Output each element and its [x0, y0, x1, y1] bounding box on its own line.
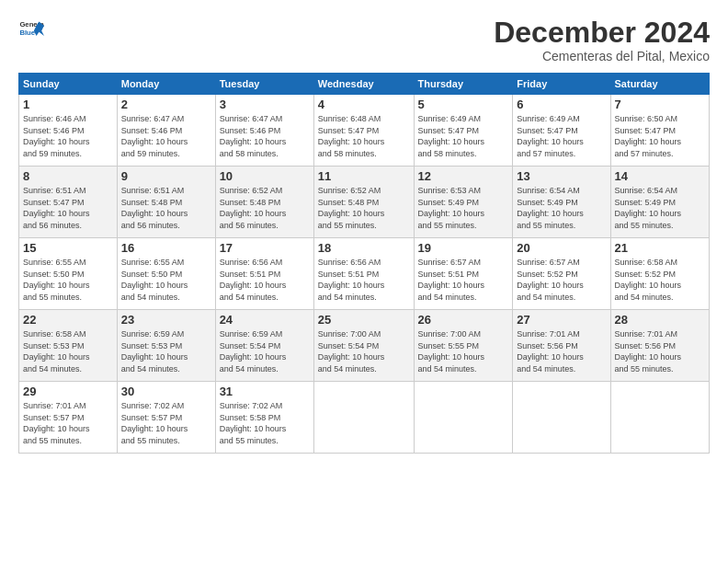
day-number: 8 [23, 169, 113, 183]
day-info: Sunrise: 7:01 AM Sunset: 5:56 PM Dayligh… [517, 328, 606, 374]
day-cell: 14 Sunrise: 6:54 AM Sunset: 5:49 PM Dayl… [610, 167, 709, 238]
day-number: 5 [418, 98, 509, 111]
day-number: 22 [23, 313, 113, 327]
day-info: Sunrise: 6:46 AM Sunset: 5:46 PM Dayligh… [23, 113, 113, 159]
day-info: Sunrise: 6:50 AM Sunset: 5:47 PM Dayligh… [615, 113, 705, 159]
day-info: Sunrise: 6:51 AM Sunset: 5:47 PM Dayligh… [23, 185, 113, 231]
day-number: 9 [121, 169, 211, 183]
day-info: Sunrise: 6:56 AM Sunset: 5:51 PM Dayligh… [220, 257, 310, 303]
day-info: Sunrise: 6:48 AM Sunset: 5:47 PM Dayligh… [318, 113, 410, 159]
day-number: 13 [517, 169, 606, 183]
day-cell: 6 Sunrise: 6:49 AM Sunset: 5:47 PM Dayli… [513, 95, 610, 167]
day-info: Sunrise: 6:59 AM Sunset: 5:53 PM Dayligh… [121, 328, 211, 374]
day-cell: 13 Sunrise: 6:54 AM Sunset: 5:49 PM Dayl… [513, 167, 610, 238]
day-number: 31 [220, 385, 310, 398]
day-cell: 17 Sunrise: 6:56 AM Sunset: 5:51 PM Dayl… [215, 238, 313, 310]
day-number: 26 [418, 313, 509, 327]
logo-icon: General Blue [18, 17, 44, 42]
day-number: 7 [615, 98, 705, 111]
day-cell: 7 Sunrise: 6:50 AM Sunset: 5:47 PM Dayli… [610, 95, 709, 167]
day-info: Sunrise: 7:01 AM Sunset: 5:56 PM Dayligh… [615, 328, 705, 374]
month-title: December 2024 [494, 17, 710, 49]
day-info: Sunrise: 6:54 AM Sunset: 5:49 PM Dayligh… [517, 185, 606, 231]
day-info: Sunrise: 6:57 AM Sunset: 5:52 PM Dayligh… [517, 257, 606, 303]
day-number: 19 [418, 241, 509, 255]
day-cell: 18 Sunrise: 6:56 AM Sunset: 5:51 PM Dayl… [313, 238, 414, 310]
day-cell [414, 382, 513, 454]
day-number: 12 [418, 169, 509, 183]
col-tuesday: Tuesday [215, 74, 313, 95]
week-row-5: 29 Sunrise: 7:01 AM Sunset: 5:57 PM Dayl… [19, 382, 710, 454]
day-number: 27 [517, 313, 606, 327]
day-number: 11 [318, 169, 410, 183]
day-cell [610, 382, 709, 454]
day-info: Sunrise: 6:59 AM Sunset: 5:54 PM Dayligh… [220, 328, 310, 374]
day-number: 6 [517, 98, 606, 111]
day-number: 15 [23, 241, 113, 255]
day-info: Sunrise: 6:56 AM Sunset: 5:51 PM Dayligh… [318, 257, 410, 303]
day-info: Sunrise: 6:54 AM Sunset: 5:49 PM Dayligh… [615, 185, 705, 231]
day-number: 21 [615, 241, 705, 255]
day-number: 16 [121, 241, 211, 255]
day-number: 28 [615, 313, 705, 327]
day-info: Sunrise: 6:52 AM Sunset: 5:48 PM Dayligh… [318, 185, 410, 231]
day-info: Sunrise: 6:57 AM Sunset: 5:51 PM Dayligh… [418, 257, 509, 303]
calendar-page: General Blue December 2024 Cementeras de… [0, 0, 728, 563]
day-cell: 27 Sunrise: 7:01 AM Sunset: 5:56 PM Dayl… [513, 310, 610, 382]
week-row-1: 1 Sunrise: 6:46 AM Sunset: 5:46 PM Dayli… [19, 95, 710, 167]
day-cell: 25 Sunrise: 7:00 AM Sunset: 5:54 PM Dayl… [313, 310, 414, 382]
day-info: Sunrise: 6:52 AM Sunset: 5:48 PM Dayligh… [220, 185, 310, 231]
day-cell: 1 Sunrise: 6:46 AM Sunset: 5:46 PM Dayli… [19, 95, 118, 167]
day-info: Sunrise: 6:58 AM Sunset: 5:52 PM Dayligh… [615, 257, 705, 303]
day-info: Sunrise: 7:01 AM Sunset: 5:57 PM Dayligh… [23, 400, 113, 446]
day-number: 2 [121, 98, 211, 111]
day-cell: 12 Sunrise: 6:53 AM Sunset: 5:49 PM Dayl… [414, 167, 513, 238]
day-info: Sunrise: 7:02 AM Sunset: 5:57 PM Dayligh… [121, 400, 211, 446]
day-cell: 3 Sunrise: 6:47 AM Sunset: 5:46 PM Dayli… [215, 95, 313, 167]
day-cell: 19 Sunrise: 6:57 AM Sunset: 5:51 PM Dayl… [414, 238, 513, 310]
day-number: 30 [121, 385, 211, 398]
day-cell: 30 Sunrise: 7:02 AM Sunset: 5:57 PM Dayl… [117, 382, 215, 454]
day-info: Sunrise: 6:58 AM Sunset: 5:53 PM Dayligh… [23, 328, 113, 374]
day-info: Sunrise: 6:49 AM Sunset: 5:47 PM Dayligh… [418, 113, 509, 159]
day-info: Sunrise: 6:55 AM Sunset: 5:50 PM Dayligh… [121, 257, 211, 303]
day-cell: 8 Sunrise: 6:51 AM Sunset: 5:47 PM Dayli… [19, 167, 118, 238]
day-number: 17 [220, 241, 310, 255]
day-info: Sunrise: 6:47 AM Sunset: 5:46 PM Dayligh… [121, 113, 211, 159]
day-cell [313, 382, 414, 454]
day-cell: 23 Sunrise: 6:59 AM Sunset: 5:53 PM Dayl… [117, 310, 215, 382]
header: General Blue December 2024 Cementeras de… [18, 17, 710, 63]
day-info: Sunrise: 7:00 AM Sunset: 5:54 PM Dayligh… [318, 328, 410, 374]
week-row-2: 8 Sunrise: 6:51 AM Sunset: 5:47 PM Dayli… [19, 167, 710, 238]
col-wednesday: Wednesday [313, 74, 414, 95]
day-number: 23 [121, 313, 211, 327]
day-number: 29 [23, 385, 113, 398]
day-cell: 24 Sunrise: 6:59 AM Sunset: 5:54 PM Dayl… [215, 310, 313, 382]
day-cell: 20 Sunrise: 6:57 AM Sunset: 5:52 PM Dayl… [513, 238, 610, 310]
day-info: Sunrise: 7:02 AM Sunset: 5:58 PM Dayligh… [220, 400, 310, 446]
day-number: 18 [318, 241, 410, 255]
day-number: 20 [517, 241, 606, 255]
day-info: Sunrise: 6:47 AM Sunset: 5:46 PM Dayligh… [220, 113, 310, 159]
col-thursday: Thursday [414, 74, 513, 95]
day-info: Sunrise: 6:53 AM Sunset: 5:49 PM Dayligh… [418, 185, 509, 231]
day-number: 25 [318, 313, 410, 327]
col-friday: Friday [513, 74, 610, 95]
day-info: Sunrise: 6:51 AM Sunset: 5:48 PM Dayligh… [121, 185, 211, 231]
day-cell: 5 Sunrise: 6:49 AM Sunset: 5:47 PM Dayli… [414, 95, 513, 167]
day-cell: 22 Sunrise: 6:58 AM Sunset: 5:53 PM Dayl… [19, 310, 118, 382]
day-number: 10 [220, 169, 310, 183]
day-number: 4 [318, 98, 410, 111]
day-cell: 2 Sunrise: 6:47 AM Sunset: 5:46 PM Dayli… [117, 95, 215, 167]
title-area: December 2024 Cementeras del Pital, Mexi… [494, 17, 710, 63]
day-cell: 16 Sunrise: 6:55 AM Sunset: 5:50 PM Dayl… [117, 238, 215, 310]
week-row-4: 22 Sunrise: 6:58 AM Sunset: 5:53 PM Dayl… [19, 310, 710, 382]
day-number: 24 [220, 313, 310, 327]
day-info: Sunrise: 7:00 AM Sunset: 5:55 PM Dayligh… [418, 328, 509, 374]
day-cell: 31 Sunrise: 7:02 AM Sunset: 5:58 PM Dayl… [215, 382, 313, 454]
day-cell [513, 382, 610, 454]
header-row: Sunday Monday Tuesday Wednesday Thursday… [19, 74, 710, 95]
day-info: Sunrise: 6:49 AM Sunset: 5:47 PM Dayligh… [517, 113, 606, 159]
week-row-3: 15 Sunrise: 6:55 AM Sunset: 5:50 PM Dayl… [19, 238, 710, 310]
day-cell: 9 Sunrise: 6:51 AM Sunset: 5:48 PM Dayli… [117, 167, 215, 238]
